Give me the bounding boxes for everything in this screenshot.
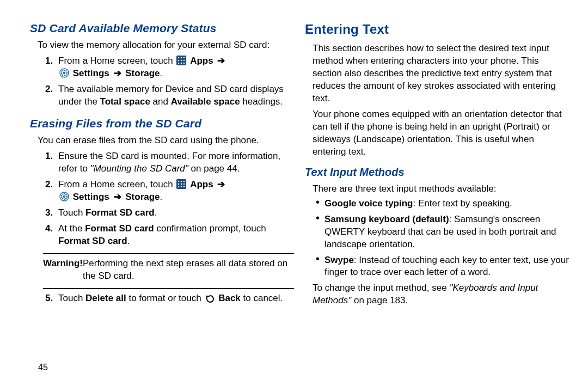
svg-point-16 [183, 181, 185, 182]
svg-point-9 [183, 63, 185, 64]
storage-label: Storage [125, 68, 160, 78]
warning-text: Performing the next step erases all data… [83, 258, 294, 283]
manual-page: SD Card Available Memory Status To view … [0, 0, 588, 392]
bold: Format SD card [85, 223, 154, 234]
back-icon [205, 293, 215, 303]
bold: Format SD card [58, 236, 127, 246]
step-1: From a Home screen, touch Apps ➔ Setting… [58, 55, 294, 80]
intro-sd-view: To view the memory allocation for your e… [38, 39, 294, 52]
svg-point-19 [183, 183, 185, 185]
heading-sd-status: SD Card Available Memory Status [30, 21, 294, 36]
text: on page 183. [351, 295, 408, 305]
apps-label: Apps [190, 179, 213, 189]
text: : Instead of touching each key to enter … [324, 255, 569, 278]
text: Touch [58, 293, 85, 303]
para-intro-1: This section describes how to select the… [313, 42, 569, 105]
intro-erase: You can erase files from the SD card usi… [38, 134, 294, 147]
para-methods-intro: There are three text input methods avail… [313, 183, 569, 195]
bold: Samsung keyboard (default) [324, 214, 449, 224]
text: : Enter text by speaking. [413, 198, 512, 209]
svg-point-7 [178, 63, 180, 64]
heading-erase: Erasing Files from the SD Card [30, 116, 294, 131]
svg-point-25 [63, 195, 65, 198]
steps-erase: Ensure the SD card is mounted. For more … [30, 150, 294, 248]
svg-point-21 [181, 186, 182, 188]
text: . [127, 236, 130, 246]
settings-label: Settings [73, 68, 109, 78]
para-intro-2: Your phone comes equipped with an orient… [313, 108, 569, 158]
right-column: Entering Text This section describes how… [305, 21, 569, 387]
list-item: Google voice typing: Enter text by speak… [324, 198, 569, 210]
arrow-icon: ➔ [112, 192, 123, 202]
svg-point-6 [183, 60, 185, 62]
step-4: At the Format SD card confirmation promp… [58, 223, 294, 248]
storage-label: Storage [125, 192, 160, 202]
text: on page 44. [188, 163, 240, 174]
step-1: Ensure the SD card is mounted. For more … [58, 150, 294, 175]
svg-point-20 [178, 186, 180, 188]
settings-icon [59, 68, 69, 78]
step-2: The available memory for Device and SD c… [58, 83, 294, 108]
text: to format or touch [126, 293, 204, 303]
svg-point-1 [178, 57, 180, 59]
svg-point-14 [178, 181, 180, 182]
text: confirmation prompt, touch [154, 223, 266, 234]
divider [43, 288, 294, 289]
svg-point-17 [178, 183, 180, 185]
text: From a Home screen, touch [58, 179, 175, 189]
svg-point-18 [181, 183, 182, 185]
arrow-icon: ➔ [216, 179, 226, 189]
heading-entering-text: Entering Text [305, 21, 569, 38]
svg-point-4 [178, 60, 180, 62]
bold: Available space [171, 96, 240, 107]
para-change-method: To change the input method, see "Keyboar… [313, 282, 569, 307]
page-number: 45 [38, 362, 48, 373]
svg-point-12 [63, 72, 65, 74]
list-item: Swype: Instead of touching each key to e… [324, 254, 569, 279]
text: to cancel. [241, 293, 283, 303]
bold: Format SD card [85, 207, 155, 218]
svg-point-15 [181, 181, 182, 182]
svg-point-5 [181, 60, 182, 62]
back-label: Back [218, 293, 241, 303]
apps-label: Apps [190, 56, 213, 66]
settings-icon [59, 192, 69, 201]
text: To change the input method, see [313, 283, 449, 293]
svg-point-3 [183, 57, 185, 59]
bold: Swype [324, 255, 354, 265]
steps-sd-view: From a Home screen, touch Apps ➔ Setting… [30, 55, 294, 108]
text: . [155, 207, 157, 218]
bold: Total space [100, 96, 150, 107]
bold: Google voice typing [324, 198, 413, 209]
svg-point-22 [183, 186, 185, 188]
apps-icon [176, 56, 186, 65]
apps-icon [176, 179, 186, 189]
settings-label: Settings [73, 192, 109, 202]
text: headings. [240, 96, 283, 107]
step-2: From a Home screen, touch Apps ➔ Setting… [58, 179, 294, 204]
svg-point-8 [181, 63, 182, 64]
text: From a Home screen, touch [58, 56, 175, 66]
steps-erase-cont: Touch Delete all to format or touch Back… [30, 292, 294, 305]
left-column: SD Card Available Memory Status To view … [30, 21, 294, 387]
divider [43, 253, 294, 254]
heading-input-methods: Text Input Methods [305, 165, 569, 180]
text: At the [58, 223, 85, 234]
step-5: Touch Delete all to format or touch Back… [58, 292, 294, 305]
warning-label: Warning! [43, 258, 83, 283]
xref: "Mounting the SD Card" [90, 163, 188, 174]
input-methods-list: Google voice typing: Enter text by speak… [305, 198, 569, 279]
arrow-icon: ➔ [216, 56, 226, 66]
warning-block: Warning! Performing the next step erases… [43, 258, 294, 283]
svg-point-2 [181, 57, 182, 59]
bold: Delete all [85, 293, 126, 303]
step-3: Touch Format SD card. [58, 207, 294, 219]
text: Touch [58, 207, 85, 218]
text: and [150, 96, 171, 107]
arrow-icon: ➔ [112, 68, 123, 78]
list-item: Samsung keyboard (default): Samsung's on… [324, 213, 569, 251]
